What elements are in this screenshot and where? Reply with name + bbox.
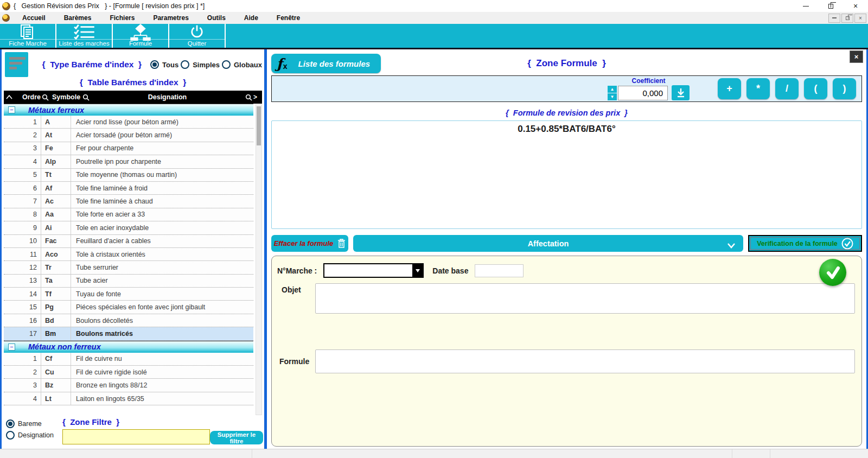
cell-designation: Tole fine laminée à chaud: [71, 195, 253, 207]
radio-icon[interactable]: [6, 419, 15, 428]
verification-formule-button[interactable]: Verification de la formule: [748, 235, 862, 252]
cell-ordre: 4: [4, 158, 41, 166]
table-scrollbar[interactable]: [256, 104, 262, 415]
toolbar-label: Quitter: [169, 39, 225, 47]
zone-filtre-title: { Zone Filtre }: [62, 417, 119, 427]
filter-option-bareme[interactable]: Bareme: [6, 419, 54, 428]
toolbar-quitter[interactable]: Quitter: [169, 24, 226, 48]
radio-icon[interactable]: [181, 60, 189, 69]
cell-designation: Tole en acier inoxydable: [71, 221, 253, 234]
group-header[interactable]: −Métaux non ferreux: [4, 341, 253, 353]
close-button[interactable]: ×: [843, 0, 868, 12]
table-row[interactable]: 1CfFil de cuivre nu: [4, 353, 253, 366]
expand-right-icon[interactable]: >: [253, 93, 262, 101]
table-row[interactable]: 1AAcier rond lisse (pour béton armé): [4, 116, 253, 129]
radio-icon[interactable]: [6, 431, 15, 440]
filter-option-designation[interactable]: Designation: [6, 431, 54, 440]
type-option-simples[interactable]: Simples: [181, 60, 220, 69]
menu-accueil[interactable]: Accueil: [13, 14, 55, 22]
date-base-input[interactable]: [475, 264, 524, 277]
cell-designation: Laiton en lingots 65/35: [71, 392, 253, 405]
cell-ordre: 13: [4, 277, 41, 284]
table-row[interactable]: 9AiTole en acier inoxydable: [4, 221, 253, 234]
effacer-formule-button[interactable]: Effacer la formule: [271, 235, 348, 252]
formula-actions-row: Effacer la formule Affectation Verificat…: [271, 235, 862, 252]
mdi-restore-button[interactable]: [841, 14, 853, 23]
table-row[interactable]: 3BzBronze en lingots 88/12: [4, 379, 253, 392]
filter-input[interactable]: [62, 429, 210, 444]
table-row[interactable]: 8AaTole forte en acier a 33: [4, 208, 253, 221]
type-option-tous[interactable]: Tous: [150, 60, 178, 69]
combo-dropdown-button[interactable]: [412, 264, 423, 277]
search-icon[interactable]: [245, 94, 252, 101]
table-row[interactable]: 6AfTole fine laminée à froid: [4, 182, 253, 195]
toolbar-formule[interactable]: Formule: [113, 24, 169, 48]
formule-input[interactable]: [315, 349, 855, 373]
group-header[interactable]: −Métaux ferreux: [4, 104, 253, 116]
menu-aide[interactable]: Aide: [235, 14, 267, 22]
table-row[interactable]: 17BmBoulons matricés: [4, 327, 253, 340]
collapse-minus-icon[interactable]: −: [8, 106, 15, 113]
table-row[interactable]: 13TaTube acier: [4, 275, 253, 288]
operator-button[interactable]: ): [833, 78, 856, 99]
affectation-dropdown[interactable]: Affectation: [353, 235, 743, 252]
radio-icon[interactable]: [222, 60, 231, 69]
table-row[interactable]: 2CuFil de cuivre rigide isolé: [4, 366, 253, 379]
cell-designation: Bronze en lingots 88/12: [71, 379, 253, 391]
column-header-designation[interactable]: Designation: [91, 93, 244, 101]
table-row[interactable]: 14TfTuyau de fonte: [4, 288, 253, 301]
toolbar-fiche-marche[interactable]: Fiche Marche: [0, 24, 56, 48]
coefficient-input[interactable]: [618, 86, 668, 100]
liste-formules-button[interactable]: ƒx Liste des formules: [271, 54, 381, 73]
column-header-symbole[interactable]: Symbole: [50, 93, 81, 101]
cell-ordre: 14: [4, 290, 41, 298]
cell-ordre: 9: [4, 224, 41, 232]
panel-close-button[interactable]: ×: [850, 50, 863, 63]
cell-symbole: Pg: [41, 301, 71, 313]
radio-icon[interactable]: [150, 60, 159, 69]
mdi-close-button[interactable]: ×: [854, 14, 866, 23]
table-row[interactable]: 12TrTube serrurier: [4, 261, 253, 274]
column-header-ordre[interactable]: Ordre: [15, 93, 41, 101]
status-bar: [0, 449, 868, 458]
table-row[interactable]: 16BdBoulons décolletés: [4, 314, 253, 327]
table-row[interactable]: 4AlpPoutrelle ipn pour charpente: [4, 155, 253, 168]
formula-editor[interactable]: 0.15+0.85*BAT6/BAT6°: [271, 120, 862, 229]
table-row[interactable]: 10FacFeuillard d'acier à cables: [4, 235, 253, 248]
scrollbar-thumb[interactable]: [257, 106, 261, 145]
collapse-minus-icon[interactable]: −: [8, 344, 15, 351]
menu-parametres[interactable]: Parametres: [144, 14, 197, 22]
operator-button[interactable]: +: [718, 78, 741, 99]
table-row[interactable]: 15PgPiéces spéciales en fonte avec jiont…: [4, 301, 253, 314]
restore-button[interactable]: [818, 0, 843, 12]
supprimer-filtre-button[interactable]: Supprimer le filtre: [210, 431, 263, 444]
search-icon[interactable]: [82, 94, 90, 101]
valid-check-icon: [819, 259, 846, 286]
operator-button[interactable]: /: [775, 78, 799, 99]
marche-combobox[interactable]: [323, 263, 424, 278]
type-option-globaux[interactable]: Globaux: [222, 60, 262, 69]
menu-outils[interactable]: Outils: [198, 14, 235, 22]
spin-down-icon[interactable]: ▼: [608, 93, 617, 100]
table-row[interactable]: 7AcTole fine laminée à chaud: [4, 195, 253, 208]
menu-fichiers[interactable]: Fichiers: [100, 14, 144, 22]
table-row[interactable]: 5TtTole moyenne (thomas ou martin): [4, 169, 253, 182]
minimize-icon: [832, 17, 837, 18]
insert-coefficient-button[interactable]: [672, 85, 690, 100]
spin-up-icon[interactable]: ▲: [608, 86, 617, 93]
hamburger-menu-icon[interactable]: [5, 52, 28, 77]
table-row[interactable]: 11AcoTole à cristaux orientés: [4, 248, 253, 261]
table-row[interactable]: 4LtLaiton en lingots 65/35: [4, 392, 253, 405]
objet-textarea[interactable]: [315, 283, 855, 314]
operator-button[interactable]: *: [746, 78, 770, 99]
operator-button[interactable]: (: [804, 78, 827, 99]
table-row[interactable]: 2AtAcier torsadé (pour béton armé): [4, 129, 253, 142]
table-row[interactable]: 3FeFer pour charpente: [4, 142, 253, 155]
toolbar-liste-des-marches[interactable]: Liste des marches: [56, 24, 113, 48]
mdi-minimize-button[interactable]: [828, 14, 840, 23]
search-icon[interactable]: [42, 94, 49, 101]
sort-caret-icon[interactable]: [4, 93, 15, 101]
menu-baremes[interactable]: Barèmes: [55, 14, 101, 22]
menu-fenetre[interactable]: Fenêtre: [267, 14, 309, 22]
minimize-button[interactable]: [793, 0, 818, 12]
